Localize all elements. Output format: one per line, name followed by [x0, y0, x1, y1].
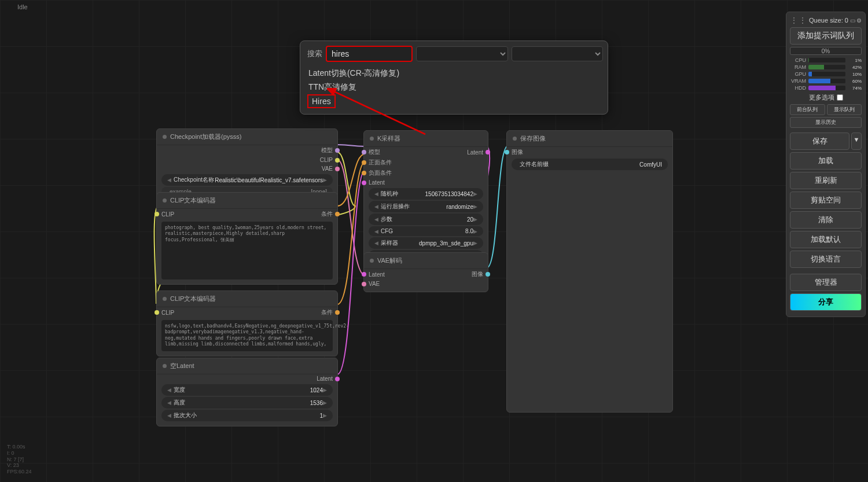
display-icon[interactable]: ▭: [850, 17, 855, 24]
switch-language-button[interactable]: 切换语言: [790, 251, 862, 268]
slot-latent-in[interactable]: Latent: [364, 178, 488, 187]
search-label: 搜索: [305, 49, 322, 59]
checkpoint-name-widget[interactable]: ◀Checkpoint名称Realistic\beautifulRealisti…: [161, 174, 333, 186]
search-result-item[interactable]: Latent切换(CR-高清修复): [307, 67, 601, 80]
hw-bar: [808, 65, 845, 69]
positive-prompt-text[interactable]: photograph, best quality,1woman,25years …: [161, 222, 333, 279]
slot-cond-out[interactable]: 条件: [317, 209, 337, 219]
node-title: CLIP文本编码器: [157, 291, 337, 307]
clipspace-button[interactable]: 剪贴空间: [790, 192, 862, 209]
slot-latent-out[interactable]: Latent: [462, 147, 488, 157]
save-dropdown-button[interactable]: ▼: [851, 133, 862, 150]
queue-size-label: Queue size: 0: [809, 17, 848, 24]
node-empty-latent[interactable]: 空Latent Latent ◀宽度1024▶ ◀高度1536▶ ◀批次大小1▶: [156, 358, 338, 426]
slot-latent-in[interactable]: Latent: [364, 269, 389, 279]
hw-pct: 10%: [848, 72, 862, 77]
node-save-image[interactable]: 保存图像 图像 文件名前缀ComfyUI: [506, 130, 673, 413]
node-vae-decode[interactable]: VAE解码 Latent 图像 VAE: [363, 252, 488, 292]
node-clip-encode-positive[interactable]: CLIP文本编码器 CLIP 条件 photograph, best quali…: [156, 192, 338, 285]
load-button[interactable]: 加载: [790, 152, 862, 170]
front-queue-button[interactable]: 前台队列: [790, 104, 825, 115]
slot-pos-in[interactable]: 正面条件: [364, 157, 488, 168]
batch-widget[interactable]: ◀批次大小1▶: [161, 410, 333, 421]
hw-label: GPU: [790, 71, 806, 77]
slot-model-out[interactable]: 模型: [157, 145, 337, 156]
slot-cond-out[interactable]: 条件: [317, 307, 337, 318]
show-history-button[interactable]: 显示历史: [790, 117, 862, 128]
hw-bar: [808, 79, 845, 83]
more-options-label: 更多选项: [809, 93, 834, 102]
refresh-button[interactable]: 重刷新: [790, 172, 862, 189]
clear-button[interactable]: 清除: [790, 211, 862, 229]
progress-bar: 0%: [790, 47, 862, 55]
search-result-item[interactable]: TTN高清修复: [307, 80, 601, 94]
node-title: 空Latent: [157, 358, 337, 374]
slot-vae-in[interactable]: VAE: [364, 279, 488, 288]
save-button[interactable]: 保存: [790, 133, 849, 150]
node-title: VAE解码: [364, 253, 488, 269]
queue-prompt-button[interactable]: 添加提示词队列: [790, 27, 862, 45]
node-checkpoint-loader[interactable]: Checkpoint加载器(pysss) 模型 CLIP VAE ◀Checkp…: [156, 128, 338, 202]
hw-bar: [808, 86, 845, 90]
hw-bar: [808, 58, 845, 62]
search-results: Latent切换(CR-高清修复) TTN高清修复 Hires: [305, 65, 603, 109]
height-widget[interactable]: ◀高度1536▶: [161, 397, 333, 409]
slot-image-out[interactable]: 图像: [467, 269, 488, 279]
slot-neg-in[interactable]: 负面条件: [364, 168, 488, 178]
negative-prompt-text[interactable]: nsfw,logo,text,badhandv4,EasyNegative,ng…: [161, 320, 333, 351]
sampler-widget[interactable]: ◀采样器dpmpp_3m_sde_gpu▶: [369, 237, 483, 249]
slot-clip-out[interactable]: CLIP: [157, 156, 337, 164]
search-result-item-highlighted[interactable]: Hires: [307, 94, 336, 108]
status-idle: Idle: [17, 3, 28, 10]
slot-latent-out[interactable]: Latent: [157, 374, 337, 383]
slot-vae-out[interactable]: VAE: [157, 164, 337, 173]
more-options-checkbox[interactable]: [837, 94, 843, 101]
slot-clip-in[interactable]: CLIP: [157, 307, 179, 318]
share-button[interactable]: 分享: [790, 293, 862, 311]
slot-model-in[interactable]: 模型: [364, 147, 385, 157]
settings-icon[interactable]: ⚙: [856, 17, 862, 24]
hw-pct: 60%: [848, 79, 862, 84]
hw-pct: 74%: [848, 86, 862, 91]
width-widget[interactable]: ◀宽度1024▶: [161, 384, 333, 396]
node-clip-encode-negative[interactable]: CLIP文本编码器 CLIP 条件 nsfw,logo,text,badhand…: [156, 290, 338, 356]
load-default-button[interactable]: 加载默认: [790, 231, 862, 248]
filename-prefix-widget[interactable]: 文件名前缀ComfyUI: [512, 159, 668, 170]
slot-clip-in[interactable]: CLIP: [157, 209, 179, 219]
show-queue-button[interactable]: 显示队列: [827, 104, 862, 115]
node-title: Checkpoint加载器(pysss): [157, 129, 337, 145]
manager-button[interactable]: 管理器: [790, 274, 862, 291]
cfg-widget[interactable]: ◀CFG8.0▶: [369, 226, 483, 236]
node-title: CLIP文本编码器: [157, 193, 337, 209]
node-search-popup[interactable]: 搜索 Latent切换(CR-高清修复) TTN高清修复 Hires: [300, 41, 608, 115]
hw-pct: 1%: [848, 58, 862, 63]
sidebar-panel[interactable]: ⋮⋮ Queue size: 0 ▭⚙ 添加提示词队列 0% CPU1%RAM4…: [786, 12, 866, 317]
search-category-1[interactable]: [416, 46, 508, 61]
search-category-2[interactable]: [512, 46, 604, 61]
node-title: 保存图像: [507, 131, 672, 147]
hw-label: VRAM: [790, 78, 806, 84]
seed-widget[interactable]: ◀随机种150673513034842▶: [369, 188, 483, 200]
hw-label: RAM: [790, 64, 806, 70]
hw-label: HDD: [790, 85, 806, 91]
slot-image-in[interactable]: 图像: [507, 147, 672, 157]
control-widget[interactable]: ◀运行后操作randomize▶: [369, 201, 483, 212]
hw-label: CPU: [790, 57, 806, 63]
steps-widget[interactable]: ◀步数20▶: [369, 214, 483, 225]
perf-stats: T: 0.00s I: 0 N: 7 [7] V: 23 FPS:60.24: [7, 444, 32, 475]
search-input[interactable]: [326, 46, 413, 62]
hw-bar: [808, 72, 845, 76]
hw-pct: 42%: [848, 65, 862, 70]
node-title: K采样器: [364, 131, 488, 147]
drag-handle-icon[interactable]: ⋮⋮: [790, 16, 807, 25]
